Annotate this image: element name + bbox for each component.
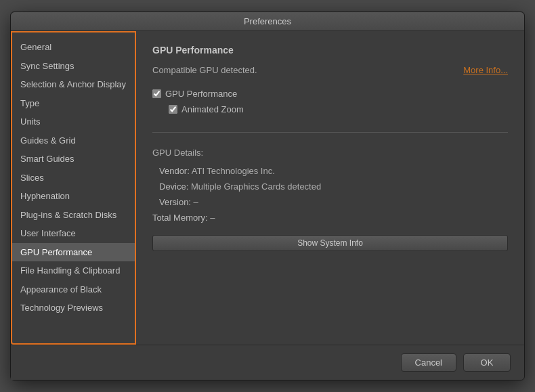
dialog-title: Preferences	[244, 16, 291, 26]
section-title: GPU Performance	[152, 45, 508, 56]
sidebar-item-sync-settings[interactable]: Sync Settings	[12, 57, 135, 76]
section-divider	[152, 132, 508, 133]
sidebar-item-plugins-scratch[interactable]: Plug-ins & Scratch Disks	[12, 206, 135, 225]
gpu-performance-checkbox[interactable]	[152, 89, 161, 98]
status-text: Compatible GPU detected.	[152, 65, 257, 75]
sidebar-item-user-interface[interactable]: User Interface	[12, 224, 135, 243]
ok-button[interactable]: OK	[463, 353, 511, 372]
version-label: Version:	[159, 197, 191, 207]
device-label: Device:	[159, 181, 188, 192]
vendor-label: Vendor:	[159, 166, 190, 176]
sidebar-item-hyphenation[interactable]: Hyphenation	[12, 187, 135, 206]
more-info-link[interactable]: More Info...	[463, 65, 508, 75]
dialog-footer: Cancel OK	[11, 345, 524, 380]
show-system-info-button[interactable]: Show System Info	[152, 235, 508, 251]
vendor-value: ATI Technologies Inc.	[192, 166, 275, 176]
sidebar-item-guides-grid[interactable]: Guides & Grid	[12, 131, 135, 150]
cancel-button[interactable]: Cancel	[401, 353, 456, 372]
main-content: GPU Performance Compatible GPU detected.…	[136, 31, 524, 345]
total-memory-label: Total Memory:	[152, 213, 208, 223]
sidebar: General Sync Settings Selection & Anchor…	[11, 31, 136, 345]
dialog-body: General Sync Settings Selection & Anchor…	[11, 31, 524, 345]
sidebar-item-appearance-black[interactable]: Appearance of Black	[12, 280, 135, 299]
sidebar-item-smart-guides[interactable]: Smart Guides	[12, 150, 135, 169]
sidebar-item-file-handling[interactable]: File Handling & Clipboard	[12, 261, 135, 280]
total-memory-row: Total Memory: –	[152, 213, 508, 223]
gpu-performance-label: GPU Performance	[165, 89, 237, 99]
gpu-details-section: GPU Details: Vendor: ATI Technologies In…	[152, 148, 508, 213]
sidebar-item-units[interactable]: Units	[12, 112, 135, 131]
total-memory-value: –	[210, 213, 215, 223]
version-value: –	[194, 197, 198, 207]
sidebar-item-selection-anchor[interactable]: Selection & Anchor Display	[12, 75, 135, 94]
gpu-details-label: GPU Details:	[152, 148, 508, 158]
sidebar-item-general[interactable]: General	[12, 38, 135, 57]
sidebar-item-type[interactable]: Type	[12, 94, 135, 113]
preferences-dialog: Preferences General Sync Settings Select…	[10, 12, 525, 380]
title-bar: Preferences	[11, 12, 524, 31]
sidebar-item-slices[interactable]: Slices	[12, 169, 135, 188]
gpu-performance-checkbox-row: GPU Performance	[152, 89, 508, 99]
device-row: Device: Multiple Graphics Cards detected	[152, 181, 508, 192]
animated-zoom-checkbox-row: Animated Zoom	[169, 104, 508, 114]
version-row: Version: –	[152, 197, 508, 207]
device-value: Multiple Graphics Cards detected	[191, 181, 321, 192]
sidebar-item-technology-previews[interactable]: Technology Previews	[12, 299, 135, 318]
top-row: Compatible GPU detected. More Info...	[152, 65, 508, 83]
sidebar-item-gpu-performance[interactable]: GPU Performance	[12, 243, 135, 262]
animated-zoom-checkbox[interactable]	[169, 105, 177, 114]
animated-zoom-label: Animated Zoom	[181, 104, 244, 114]
vendor-row: Vendor: ATI Technologies Inc.	[152, 166, 508, 176]
